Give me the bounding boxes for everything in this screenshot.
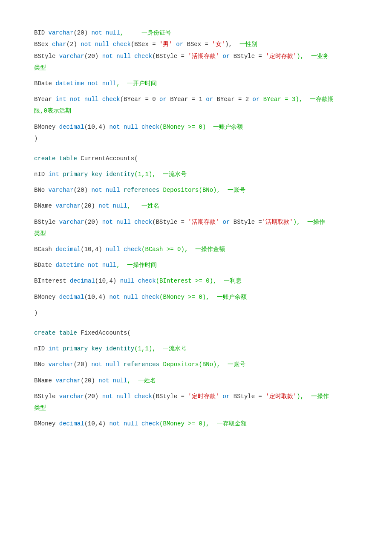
code-line: BSex char(2) not null check(BSex = '男' o…	[34, 39, 358, 50]
code-token: ), 一业务	[297, 53, 329, 60]
code-token: check	[134, 393, 152, 400]
code-token: BStyle =	[230, 53, 265, 60]
code-token: or	[253, 96, 260, 103]
code-token: BYear = 2	[213, 96, 252, 103]
code-token: BName	[34, 202, 55, 209]
code-token: , 一姓名	[127, 377, 156, 384]
code-token: not null	[81, 41, 109, 48]
code-token: or	[206, 96, 213, 103]
code-token: BDate	[34, 80, 55, 87]
code-line: BName varchar(20) not null, 一姓名	[34, 376, 358, 386]
empty-line	[34, 414, 358, 419]
code-token: BMoney	[34, 420, 59, 427]
code-line: BInterest decimal(10,4) null check(BInte…	[34, 276, 358, 286]
code-token: primary key	[63, 345, 102, 352]
code-line: 类型	[34, 228, 358, 239]
code-token	[219, 53, 222, 60]
code-token	[84, 262, 88, 269]
code-token: check	[124, 246, 141, 253]
code-token: datetime	[55, 262, 84, 269]
code-line: BID varchar(20) not null, 一身份证号	[34, 28, 358, 38]
code-token: (10,4)	[84, 294, 110, 301]
code-token: check	[102, 96, 120, 103]
code-token: (20)	[84, 219, 102, 225]
code-token: '女'	[212, 41, 225, 48]
code-token	[59, 171, 63, 178]
empty-line	[34, 118, 358, 122]
code-token: null	[106, 246, 120, 253]
code-token: BNo	[34, 361, 49, 368]
code-token	[66, 96, 70, 103]
code-token: or	[223, 53, 230, 60]
empty-line	[34, 165, 358, 169]
code-token: (BYear = 0	[120, 96, 159, 103]
code-token: (20)	[73, 187, 91, 194]
code-line: BNo varchar(20) not null references Depo…	[34, 185, 358, 196]
code-token: nID	[34, 345, 49, 352]
code-line: BYear int not null check(BYear = 0 or BY…	[34, 94, 358, 105]
code-token: BMoney	[34, 124, 59, 130]
code-token: BYear = 3), 一存款期	[259, 96, 334, 103]
empty-line	[34, 256, 358, 260]
code-token: create table	[34, 330, 77, 336]
code-token: not null	[102, 53, 131, 60]
code-line: BMoney decimal(10,4) not null check(BMon…	[34, 292, 358, 303]
code-line: nID int primary key identity(1,1), 一流水号	[34, 169, 358, 180]
code-token: ), 一操作	[297, 393, 329, 400]
code-line: 类型	[34, 63, 358, 73]
code-token: not null	[98, 202, 127, 209]
code-token: not null	[91, 361, 120, 368]
code-token: (20)	[73, 29, 91, 36]
code-token: char	[52, 41, 66, 48]
code-token: decimal	[55, 246, 81, 253]
empty-line	[34, 288, 358, 292]
code-token: (BSex =	[131, 41, 159, 48]
code-line: BStyle varchar(20) not null check(BStyle…	[34, 391, 358, 402]
code-token: (20)	[84, 393, 102, 400]
code-token: (BStyle =	[152, 219, 188, 225]
code-token: decimal	[70, 278, 95, 284]
code-token: varchar	[59, 393, 84, 400]
code-token: (1,1), 一流水号	[134, 345, 187, 352]
code-token: Depositors(BNo), 一账号	[159, 187, 245, 194]
code-token: (10,4)	[84, 124, 110, 130]
code-token: BName	[34, 377, 55, 384]
code-token: 类型	[34, 230, 46, 237]
code-line: BMoney decimal(10,4) not null check(BMon…	[34, 419, 358, 429]
code-token: FixedAccounts(	[77, 330, 131, 336]
code-token: BYear	[34, 96, 55, 103]
code-token: '活期取款'	[262, 219, 293, 225]
empty-line	[34, 371, 358, 376]
empty-line	[34, 90, 358, 94]
code-token	[98, 96, 102, 103]
code-token: (2)	[66, 41, 81, 48]
code-token: ), 一操作	[293, 219, 326, 225]
empty-line	[34, 387, 358, 391]
code-token: , 一操作时间	[116, 262, 157, 269]
code-token: create table	[34, 155, 77, 162]
code-token: varchar	[55, 377, 81, 384]
code-token: decimal	[59, 420, 84, 427]
code-token: BSex	[34, 41, 52, 48]
code-token: not null	[91, 29, 120, 36]
code-token: , 一姓名	[127, 202, 159, 209]
code-token	[131, 53, 134, 60]
empty-line	[34, 181, 358, 185]
code-token: references	[124, 361, 159, 368]
code-token	[59, 345, 63, 352]
code-token: ),	[225, 41, 239, 48]
code-token: '定时存款'	[265, 53, 297, 60]
code-token	[102, 171, 106, 178]
code-token: (BStyle =	[152, 393, 188, 400]
code-token: check	[134, 53, 152, 60]
code-token: varchar	[59, 219, 84, 225]
code-token	[120, 246, 124, 253]
code-token	[219, 393, 222, 400]
code-token	[131, 393, 134, 400]
code-token: 限,0表示活期	[34, 107, 71, 114]
code-token: check	[141, 294, 159, 301]
code-line: 类型	[34, 403, 358, 413]
code-token: (10,4)	[84, 420, 110, 427]
code-token: BStyle =	[230, 219, 262, 225]
code-token: BCash	[34, 246, 55, 253]
